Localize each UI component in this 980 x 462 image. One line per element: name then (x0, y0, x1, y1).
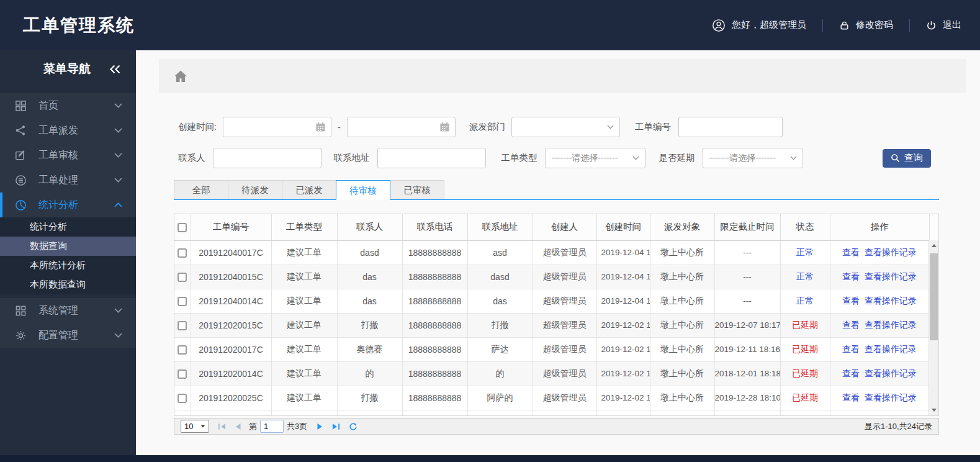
table-body: 201912040017C 建议工单 dasd 18888888888 asd … (174, 240, 938, 410)
row-checkbox[interactable] (178, 345, 187, 355)
change-password-button[interactable]: 修改密码 (839, 19, 893, 31)
row-checkbox[interactable] (178, 394, 187, 403)
end-date-input[interactable] (347, 117, 456, 137)
scrollbar-spacer (929, 214, 938, 240)
tab-to-dispatch[interactable]: 待派发 (228, 180, 282, 199)
sidebar-item-dispatch[interactable]: 工单派发 (0, 118, 136, 143)
cell-dispatch-target: 墩上中心所 (650, 289, 714, 313)
order-type-select[interactable]: -------请选择------- (545, 148, 645, 168)
view-link[interactable]: 查看 (842, 320, 860, 330)
status-tabs: 全部 待派发 已派发 待审核 已审核 (174, 180, 939, 200)
submenu-item-branch-data-query[interactable]: 本所数据查询 (0, 275, 136, 294)
order-no-input[interactable] (678, 117, 783, 137)
view-link[interactable]: 查看 (842, 344, 860, 354)
cell-status: 正常 (780, 240, 830, 265)
row-checkbox[interactable] (178, 248, 187, 258)
cell-order-type: 建议工单 (271, 337, 337, 361)
column-header-actions[interactable]: 操作 (830, 214, 929, 240)
delay-select[interactable]: -------请选择------- (703, 148, 803, 168)
home-icon[interactable] (174, 70, 187, 83)
next-page-button[interactable] (317, 423, 323, 430)
view-link[interactable]: 查看 (842, 247, 860, 257)
user-icon (712, 19, 726, 32)
view-log-link[interactable]: 查看操作记录 (865, 392, 917, 402)
first-page-button[interactable] (218, 423, 226, 430)
cell-creator: 超级管理员 (533, 265, 596, 289)
cell-deadline: --- (714, 240, 780, 265)
sidebar-item-review[interactable]: 工单审核 (0, 143, 136, 168)
department-select[interactable] (511, 117, 620, 137)
view-log-link[interactable]: 查看操作记录 (865, 271, 917, 281)
created-time-label: 创建时间: (178, 121, 217, 133)
column-header-deadline[interactable]: 限定截止时间 (714, 214, 780, 240)
search-button[interactable]: 查询 (883, 149, 931, 168)
column-header-order-id[interactable]: 工单编号 (191, 214, 271, 240)
user-greeting[interactable]: 您好，超级管理员 (712, 19, 806, 32)
cell-dispatch-target: 墩上中心所 (650, 313, 714, 337)
sidebar-item-statistics[interactable]: 统计分析 (0, 192, 136, 217)
sidebar-item-system[interactable]: 系统管理 (0, 298, 136, 323)
tab-reviewed[interactable]: 已审核 (390, 180, 444, 199)
chevron-up-icon (114, 202, 122, 207)
cell-actions: 查看查看操作记录 (830, 240, 929, 265)
refresh-button[interactable] (349, 422, 357, 431)
sidebar-item-process[interactable]: 工单处理 (0, 168, 136, 192)
scroll-up-button[interactable] (929, 240, 939, 251)
contact-input[interactable] (213, 148, 321, 168)
view-link[interactable]: 查看 (842, 368, 860, 378)
calendar-icon (439, 122, 450, 132)
page-number-input[interactable] (260, 420, 284, 433)
collapse-sidebar-icon[interactable] (109, 65, 121, 74)
view-link[interactable]: 查看 (842, 296, 860, 306)
address-label: 联系地址 (334, 152, 370, 164)
tab-pending-review[interactable]: 待审核 (336, 180, 390, 200)
sidebar-item-config[interactable]: 配置管理 (0, 323, 136, 348)
cell-address: 萨达 (467, 337, 533, 361)
select-value: -------请选择------- (552, 153, 618, 164)
table-row: 201912020014C 建议工单 的 18888888888 的 超级管理员… (174, 361, 938, 386)
page-size-select[interactable]: 10 (181, 420, 209, 433)
tab-dispatched[interactable]: 已派发 (282, 180, 336, 199)
cell-creator: 超级管理员 (533, 386, 596, 410)
column-header-address[interactable]: 联系地址 (467, 214, 533, 240)
row-checkbox-cell (174, 313, 191, 337)
orders-table: 工单编号 工单类型 联系人 联系电话 联系地址 创建人 创建时间 派发对象 限定… (174, 214, 939, 416)
column-header-contact[interactable]: 联系人 (337, 214, 402, 240)
previous-page-button[interactable] (235, 423, 241, 430)
sidebar-item-home[interactable]: 首页 (0, 93, 136, 118)
submenu-item-branch-statistics[interactable]: 本所统计分析 (0, 256, 136, 275)
column-header-created[interactable]: 创建时间 (596, 214, 650, 240)
view-link[interactable]: 查看 (842, 392, 860, 402)
logout-button[interactable]: 退出 (926, 19, 961, 31)
column-header-creator[interactable]: 创建人 (533, 214, 596, 240)
submenu-item-statistics[interactable]: 统计分析 (0, 217, 136, 237)
address-input[interactable] (377, 148, 486, 168)
row-checkbox[interactable] (178, 297, 187, 306)
view-log-link[interactable]: 查看操作记录 (865, 368, 917, 378)
scrollbar-thumb[interactable] (930, 253, 938, 340)
view-log-link[interactable]: 查看操作记录 (865, 296, 917, 306)
view-log-link[interactable]: 查看操作记录 (865, 344, 917, 354)
column-header-order-type[interactable]: 工单类型 (271, 214, 337, 240)
header-divider (822, 19, 823, 32)
row-checkbox[interactable] (178, 273, 187, 282)
start-date-input[interactable] (223, 117, 331, 137)
sidebar-item-label: 系统管理 (38, 304, 114, 317)
cell-dispatch-target: 墩上中心所 (650, 386, 714, 410)
column-header-target[interactable]: 派发对象 (650, 214, 714, 240)
cell-contact: dasd (337, 240, 402, 265)
view-log-link[interactable]: 查看操作记录 (865, 320, 917, 330)
submenu-item-data-query[interactable]: 数据查询 (0, 237, 136, 256)
view-link[interactable]: 查看 (842, 271, 860, 281)
column-header-status[interactable]: 状态 (780, 214, 830, 240)
last-page-button[interactable] (332, 423, 340, 430)
row-checkbox[interactable] (178, 369, 187, 379)
view-log-link[interactable]: 查看操作记录 (865, 247, 917, 257)
row-checkbox[interactable] (178, 321, 187, 330)
select-all-checkbox[interactable] (178, 223, 187, 232)
column-header-phone[interactable]: 联系电话 (402, 214, 467, 240)
tab-all[interactable]: 全部 (174, 180, 228, 199)
cell-status: 已延期 (780, 386, 830, 410)
cell-status: 正常 (780, 289, 830, 313)
scroll-down-button[interactable] (929, 405, 939, 415)
